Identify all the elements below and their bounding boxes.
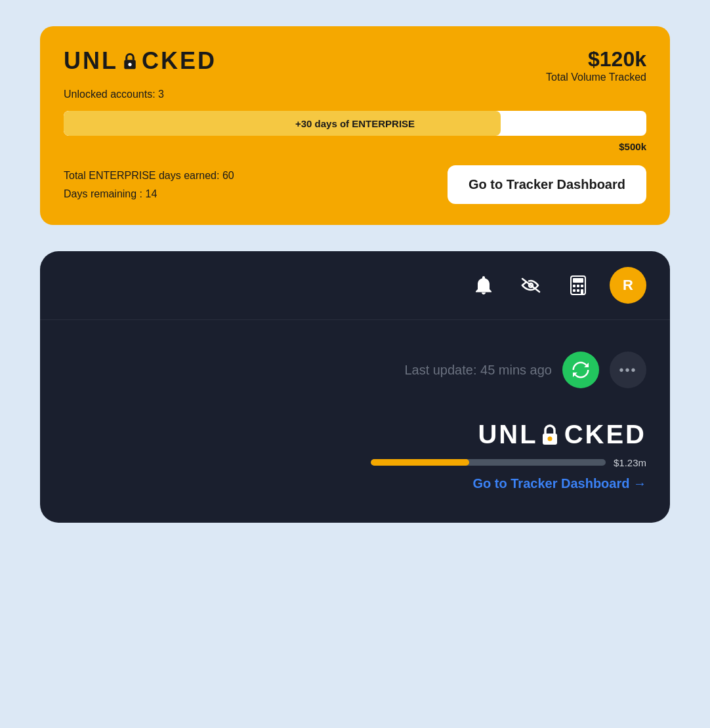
svg-rect-9 [577, 289, 579, 292]
top-logo: UNL CKED [64, 47, 217, 75]
accounts-label: Unlocked accounts: 3 [64, 89, 646, 100]
top-unlocked-card: UNL CKED $120k Total Volume Tracked Unlo… [40, 26, 670, 225]
content-area: Last update: 45 mins ago ••• UNL [40, 320, 670, 523]
bell-icon-button[interactable] [468, 270, 499, 301]
more-dots: ••• [619, 363, 637, 378]
bottom-stats: Total ENTERPRISE days earned: 60 Days re… [64, 167, 234, 202]
calculator-icon-button[interactable] [562, 270, 594, 301]
svg-rect-8 [573, 289, 575, 292]
svg-rect-7 [581, 285, 583, 287]
go-to-tracker-link[interactable]: Go to Tracker Dashboard → [472, 476, 646, 491]
update-row: Last update: 45 mins ago ••• [64, 352, 646, 388]
dark-progress-bar [371, 459, 606, 466]
progress-bar-container: +30 days of ENTERPRISE [64, 111, 646, 136]
eye-slash-icon-button[interactable] [515, 270, 547, 301]
svg-rect-6 [577, 285, 579, 287]
toolbar: R [40, 251, 670, 320]
progress-max: $500k [64, 141, 646, 152]
go-to-tracker-button[interactable]: Go to Tracker Dashboard [448, 165, 646, 204]
total-volume-label: Total Volume Tracked [546, 71, 646, 83]
svg-rect-4 [573, 278, 583, 283]
user-avatar-button[interactable]: R [610, 267, 646, 304]
dark-progress-fill [371, 459, 469, 466]
enterprise-days-earned: Total ENTERPRISE days earned: 60 [64, 167, 234, 184]
top-card-header: UNL CKED $120k Total Volume Tracked [64, 47, 646, 83]
svg-rect-5 [573, 285, 575, 287]
days-remaining: Days remaining : 14 [64, 185, 234, 203]
progress-label: +30 days of ENTERPRISE [295, 118, 415, 129]
unlocked-section: UNL CKED $1.23m Go to Tracker Dashboard … [64, 420, 646, 491]
refresh-button[interactable] [562, 352, 599, 388]
bottom-dark-card: R Last update: 45 mins ago ••• UNL [40, 251, 670, 523]
top-right-stats: $120k Total Volume Tracked [546, 47, 646, 83]
last-update-text: Last update: 45 mins ago [404, 363, 552, 378]
svg-point-1 [128, 63, 131, 66]
total-volume-amount: $120k [546, 47, 646, 71]
dark-lock-icon [539, 423, 563, 447]
dark-progress-amount: $1.23m [614, 457, 646, 468]
lock-icon [119, 51, 140, 71]
progress-fill [64, 111, 501, 136]
more-options-button[interactable]: ••• [610, 352, 646, 388]
svg-point-12 [547, 436, 552, 441]
avatar-letter: R [623, 277, 633, 294]
bottom-row: Total ENTERPRISE days earned: 60 Days re… [64, 165, 646, 204]
dark-logo: UNL CKED [478, 420, 646, 449]
progress-row-dark: $1.23m [371, 457, 646, 471]
svg-rect-10 [581, 289, 583, 294]
